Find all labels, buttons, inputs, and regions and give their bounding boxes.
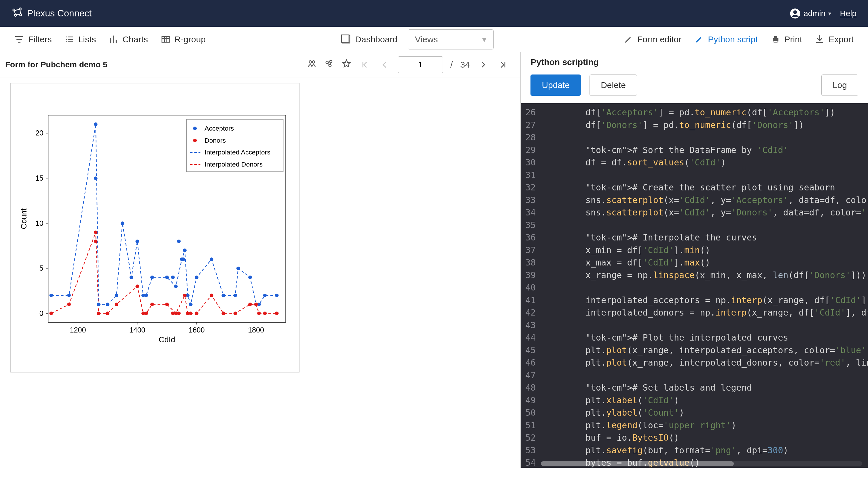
svg-point-100 (193, 138, 197, 142)
scroll-thumb[interactable] (541, 462, 733, 466)
svg-point-74 (97, 312, 101, 315)
svg-text:Donors: Donors (204, 137, 226, 144)
update-button[interactable]: Update (530, 74, 581, 96)
svg-text:1800: 1800 (248, 326, 264, 334)
svg-rect-11 (774, 41, 777, 43)
svg-point-81 (165, 303, 169, 306)
svg-text:15: 15 (36, 174, 43, 182)
last-page-button[interactable] (497, 59, 509, 71)
code-editor[interactable]: 2627282930313233343536373839404142434445… (521, 103, 868, 468)
export-button[interactable]: Export (809, 31, 860, 47)
svg-point-53 (174, 284, 178, 288)
form-subbar: Form for Pubchem demo 5 / 34 (0, 52, 520, 78)
user-name: admin (804, 9, 825, 18)
form-editor-button[interactable]: Form editor (618, 31, 687, 47)
svg-point-42 (97, 303, 101, 306)
form-title: Form for Pubchem demo 5 (5, 60, 107, 69)
share-icon[interactable] (307, 59, 317, 70)
left-pane: Form for Pubchem demo 5 / 34 12001400160… (0, 52, 521, 468)
svg-text:1200: 1200 (70, 326, 86, 334)
svg-point-46 (129, 276, 133, 279)
svg-text:CdId: CdId (159, 335, 175, 344)
user-avatar-icon (790, 8, 801, 19)
star-icon[interactable] (342, 59, 351, 70)
svg-text:Acceptors: Acceptors (204, 125, 234, 132)
help-link[interactable]: Help (840, 9, 856, 18)
svg-point-71 (67, 303, 71, 306)
python-script-button[interactable]: Python script (688, 31, 764, 47)
svg-point-5 (793, 10, 797, 14)
delete-button[interactable]: Delete (589, 74, 637, 96)
svg-point-38 (49, 294, 53, 297)
svg-point-14 (326, 61, 328, 64)
svg-point-77 (135, 284, 139, 288)
svg-point-93 (254, 303, 258, 306)
chart-plot: 120014001600180005101520CdIdCountAccepto… (18, 91, 292, 365)
topbar: Plexus Connect admin ▾ Help (0, 0, 868, 27)
plexus-logo-icon (12, 7, 23, 20)
svg-point-95 (263, 312, 267, 315)
svg-point-51 (165, 276, 169, 279)
rgroup-button[interactable]: R-group (155, 31, 211, 47)
next-page-button[interactable] (477, 59, 489, 71)
svg-point-76 (115, 303, 118, 306)
svg-point-94 (257, 312, 261, 315)
svg-point-49 (144, 294, 148, 297)
svg-point-41 (94, 176, 98, 180)
user-menu[interactable]: admin ▾ (790, 8, 831, 19)
svg-rect-6 (162, 37, 169, 42)
code-gutter: 2627282930313233343536373839404142434445… (521, 103, 541, 468)
svg-point-72 (94, 230, 98, 234)
filters-button[interactable]: Filters (8, 31, 58, 47)
code-content[interactable]: df['Acceptors'] = pd.to_numeric(df['Acce… (541, 103, 868, 468)
print-button[interactable]: Print (765, 31, 808, 47)
dashboard-icon (341, 35, 351, 44)
log-button[interactable]: Log (821, 74, 858, 96)
svg-point-84 (177, 312, 181, 315)
svg-point-64 (237, 266, 240, 271)
bar-chart-icon (108, 35, 118, 44)
first-page-button (359, 59, 371, 71)
list-icon (64, 35, 74, 44)
filter-icon (14, 35, 24, 44)
svg-text:Count: Count (19, 208, 28, 229)
svg-point-56 (181, 257, 185, 261)
svg-point-57 (183, 249, 187, 252)
svg-point-91 (234, 312, 237, 315)
page-separator: / (450, 60, 453, 70)
svg-point-52 (171, 276, 175, 279)
right-pane: Python scripting Update Delete Log 26272… (521, 52, 868, 468)
svg-point-87 (189, 312, 193, 315)
svg-point-75 (106, 312, 109, 315)
svg-point-1 (19, 8, 21, 10)
svg-text:5: 5 (39, 264, 43, 272)
dashboard-button[interactable]: Dashboard (336, 31, 403, 47)
svg-rect-10 (774, 36, 777, 38)
prev-page-button (379, 59, 390, 71)
svg-point-47 (135, 240, 139, 243)
svg-point-88 (195, 312, 199, 315)
svg-point-80 (150, 303, 154, 306)
svg-point-79 (144, 312, 148, 315)
main-toolbar: Filters Lists Charts R-group Dashboard V… (0, 27, 868, 52)
horizontal-scrollbar[interactable] (541, 462, 862, 466)
svg-text:10: 10 (36, 219, 43, 227)
svg-point-44 (115, 294, 118, 297)
svg-text:Interpolated Donors: Interpolated Donors (204, 160, 263, 168)
pencil-icon (624, 35, 633, 44)
page-total: 34 (460, 60, 470, 70)
views-select[interactable]: Views ▾ (408, 29, 493, 49)
svg-text:Interpolated Acceptors: Interpolated Acceptors (204, 148, 270, 156)
svg-point-2 (14, 14, 16, 16)
svg-point-3 (20, 14, 22, 16)
page-input[interactable] (398, 56, 443, 73)
svg-point-90 (221, 312, 225, 315)
lists-button[interactable]: Lists (59, 31, 102, 47)
svg-point-96 (275, 312, 279, 315)
svg-text:0: 0 (39, 309, 43, 317)
molecule-icon[interactable] (324, 59, 334, 70)
charts-button[interactable]: Charts (103, 31, 154, 47)
scripting-title: Python scripting (530, 57, 599, 67)
brand: Plexus Connect (12, 7, 92, 20)
svg-point-60 (195, 276, 199, 279)
